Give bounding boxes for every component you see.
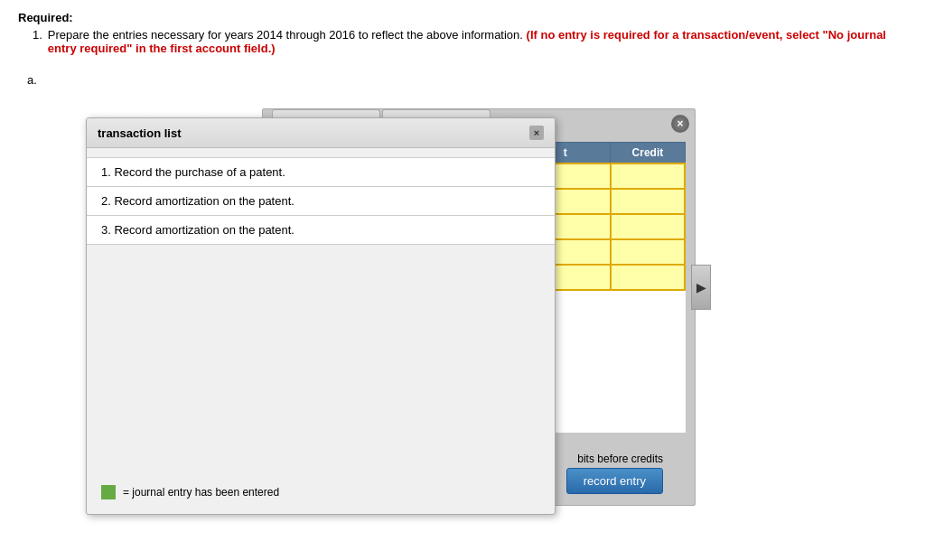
navigate-button[interactable]: ▶ [691, 265, 711, 310]
transaction-list-panel: transaction list × 1. Record the purchas… [86, 117, 556, 515]
item-text: Record amortization on the patent. [114, 223, 294, 237]
item-number: 1. [101, 165, 111, 179]
transaction-list-header: transaction list × [87, 118, 555, 148]
journal-panel-close-button[interactable]: × [671, 115, 689, 133]
transaction-item-2[interactable]: 2. Record amortization on the patent. [87, 187, 555, 216]
chevron-right-icon: ▶ [696, 280, 706, 294]
col-header-credit: Credit [611, 143, 685, 164]
credit-cell[interactable] [611, 265, 685, 290]
item-number: 2. [101, 194, 111, 208]
transaction-list-footer: = journal entry has been entered [101, 485, 279, 499]
record-entry-button[interactable]: record entry [566, 468, 663, 494]
green-entered-indicator [101, 485, 116, 499]
instruction-text: Prepare the entries necessary for years … [48, 28, 523, 42]
item-text: Record amortization on the patent. [114, 194, 294, 208]
transaction-item-3[interactable]: 3. Record amortization on the patent. [87, 216, 555, 245]
legend-text: = journal entry has been entered [123, 486, 279, 499]
close-icon: × [534, 127, 539, 138]
transaction-list-title: transaction list [98, 126, 181, 140]
credit-cell[interactable] [611, 214, 685, 239]
transaction-item-1[interactable]: 1. Record the purchase of a patent. [87, 157, 555, 187]
credit-cell[interactable] [611, 189, 685, 214]
instruction-number: 1. [33, 28, 42, 55]
item-number: 3. [101, 223, 111, 237]
credit-cell[interactable] [611, 239, 685, 265]
required-label: Required: [18, 11, 73, 24]
transaction-list-close-button[interactable]: × [529, 126, 544, 140]
item-text: Record the purchase of a patent. [114, 165, 285, 179]
label-a: a. [27, 73, 907, 87]
transaction-list-body: 1. Record the purchase of a patent. 2. R… [87, 148, 555, 254]
close-icon: × [677, 117, 683, 130]
credit-cell[interactable] [611, 163, 685, 189]
